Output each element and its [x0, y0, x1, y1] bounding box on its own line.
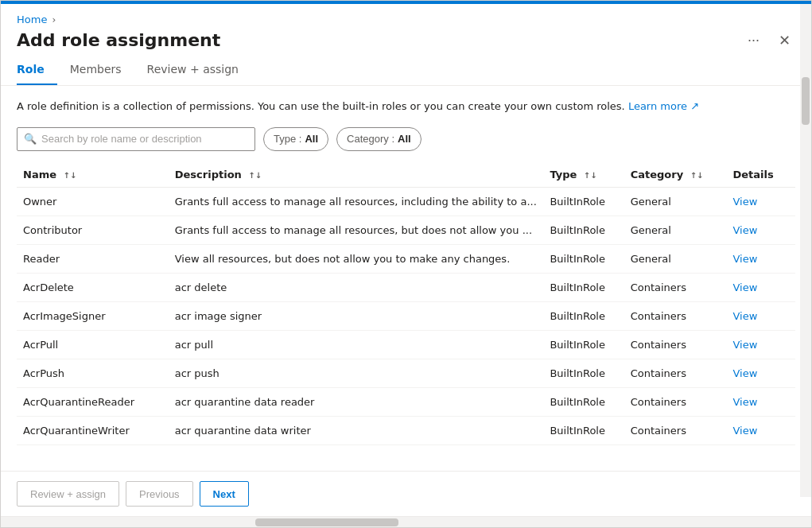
- category-filter-pill[interactable]: Category : All: [336, 127, 422, 151]
- cell-category: Containers: [631, 273, 733, 301]
- category-filter-label: Category :: [347, 133, 394, 145]
- cell-type: BuiltInRole: [550, 187, 630, 215]
- cell-name: AcrPull: [17, 330, 175, 359]
- breadcrumb-home-link[interactable]: Home: [17, 14, 47, 25]
- cell-category: General: [631, 187, 733, 215]
- previous-button[interactable]: Previous: [126, 481, 193, 507]
- cell-category: Containers: [631, 359, 733, 387]
- tab-role[interactable]: Role: [17, 56, 57, 85]
- cell-category: Containers: [631, 416, 733, 445]
- header-row: Add role assignment ··· ✕: [1, 29, 811, 56]
- vertical-scrollbar-thumb: [802, 77, 810, 125]
- cell-type: BuiltInRole: [550, 387, 630, 416]
- view-link[interactable]: View: [732, 339, 757, 351]
- cell-name: AcrImageSigner: [17, 301, 175, 330]
- cell-type: BuiltInRole: [550, 359, 630, 387]
- cell-type: BuiltInRole: [550, 330, 630, 359]
- table-row[interactable]: Owner Grants full access to manage all r…: [17, 187, 795, 215]
- cell-category: General: [631, 215, 733, 244]
- next-button[interactable]: Next: [200, 481, 249, 507]
- footer: Review + assign Previous Next: [1, 471, 811, 516]
- table-row[interactable]: AcrQuarantineReader acr quarantine data …: [17, 387, 795, 416]
- view-link[interactable]: View: [732, 396, 757, 408]
- table-body: Owner Grants full access to manage all r…: [17, 187, 795, 445]
- type-filter-value: All: [305, 133, 318, 145]
- cell-category: Containers: [631, 301, 733, 330]
- view-link[interactable]: View: [732, 310, 757, 322]
- view-link[interactable]: View: [732, 425, 757, 437]
- type-filter-pill[interactable]: Type : All: [263, 127, 328, 151]
- cell-name: Owner: [17, 187, 175, 215]
- cell-name: Reader: [17, 244, 175, 273]
- breadcrumb-separator: ›: [52, 14, 56, 25]
- cell-category: Containers: [631, 387, 733, 416]
- type-filter-label: Type :: [274, 133, 301, 145]
- add-role-assignment-window: Home › Add role assignment ··· ✕ Role Me…: [0, 0, 812, 528]
- bottom-scrollbar[interactable]: [1, 516, 811, 527]
- table-row[interactable]: AcrDelete acr delete BuiltInRole Contain…: [17, 273, 795, 301]
- cell-details: View: [732, 416, 795, 445]
- table-row[interactable]: AcrPull acr pull BuiltInRole Containers …: [17, 330, 795, 359]
- cell-name: Contributor: [17, 215, 175, 244]
- filters-row: 🔍 Type : All Category : All: [17, 127, 795, 151]
- table-row[interactable]: AcrPush acr push BuiltInRole Containers …: [17, 359, 795, 387]
- cell-name: AcrDelete: [17, 273, 175, 301]
- sort-icon-name: ↑↓: [64, 171, 77, 180]
- description-text: A role definition is a collection of per…: [17, 99, 795, 115]
- review-assign-button[interactable]: Review + assign: [17, 481, 119, 507]
- col-header-type[interactable]: Type ↑↓: [550, 162, 630, 188]
- cell-type: BuiltInRole: [550, 273, 630, 301]
- cell-type: BuiltInRole: [550, 416, 630, 445]
- tab-members[interactable]: Members: [70, 56, 134, 85]
- sort-icon-category: ↑↓: [690, 171, 704, 180]
- search-box[interactable]: 🔍: [17, 127, 255, 151]
- cell-description: acr image signer: [175, 301, 550, 330]
- cell-details: View: [732, 387, 795, 416]
- col-header-name[interactable]: Name ↑↓: [17, 162, 175, 188]
- tab-review-assign[interactable]: Review + assign: [147, 56, 251, 85]
- cell-description: acr delete: [175, 273, 550, 301]
- cell-category: Containers: [631, 330, 733, 359]
- vertical-scrollbar[interactable]: [800, 4, 811, 497]
- table-row[interactable]: Reader View all resources, but does not …: [17, 244, 795, 273]
- view-link[interactable]: View: [732, 281, 757, 293]
- tabs-row: Role Members Review + assign: [1, 56, 811, 86]
- cell-description: acr pull: [175, 330, 550, 359]
- close-button[interactable]: ✕: [774, 32, 795, 49]
- col-header-description[interactable]: Description ↑↓: [175, 162, 550, 188]
- sort-icon-description: ↑↓: [248, 171, 262, 180]
- cell-details: View: [732, 244, 795, 273]
- learn-more-link[interactable]: Learn more ↗: [628, 100, 699, 112]
- cell-name: AcrQuarantineWriter: [17, 416, 175, 445]
- sort-icon-type: ↑↓: [584, 171, 597, 180]
- view-link[interactable]: View: [732, 367, 757, 379]
- cell-details: View: [732, 301, 795, 330]
- table-row[interactable]: Contributor Grants full access to manage…: [17, 215, 795, 244]
- page-title: Add role assignment: [17, 30, 220, 50]
- view-link[interactable]: View: [732, 224, 757, 236]
- cell-type: BuiltInRole: [550, 244, 630, 273]
- cell-details: View: [732, 215, 795, 244]
- cell-name: AcrPush: [17, 359, 175, 387]
- view-link[interactable]: View: [732, 196, 757, 208]
- cell-details: View: [732, 187, 795, 215]
- bottom-scrollbar-thumb: [255, 518, 398, 526]
- table-row[interactable]: AcrQuarantineWriter acr quarantine data …: [17, 416, 795, 445]
- cell-description: acr push: [175, 359, 550, 387]
- ellipsis-button[interactable]: ···: [743, 30, 764, 50]
- cell-description: View all resources, but does not allow y…: [175, 244, 550, 273]
- cell-description: Grants full access to manage all resourc…: [175, 215, 550, 244]
- roles-table: Name ↑↓ Description ↑↓ Type ↑↓ Category …: [17, 162, 795, 445]
- cell-description: acr quarantine data reader: [175, 387, 550, 416]
- category-filter-value: All: [398, 133, 411, 145]
- search-input[interactable]: [41, 133, 248, 145]
- col-header-category[interactable]: Category ↑↓: [631, 162, 733, 188]
- roles-table-container: Name ↑↓ Description ↑↓ Type ↑↓ Category …: [17, 162, 795, 445]
- table-row[interactable]: AcrImageSigner acr image signer BuiltInR…: [17, 301, 795, 330]
- view-link[interactable]: View: [732, 253, 757, 265]
- cell-description: Grants full access to manage all resourc…: [175, 187, 550, 215]
- content-area: A role definition is a collection of per…: [1, 86, 811, 471]
- cell-name: AcrQuarantineReader: [17, 387, 175, 416]
- search-icon: 🔍: [24, 133, 37, 145]
- cell-details: View: [732, 330, 795, 359]
